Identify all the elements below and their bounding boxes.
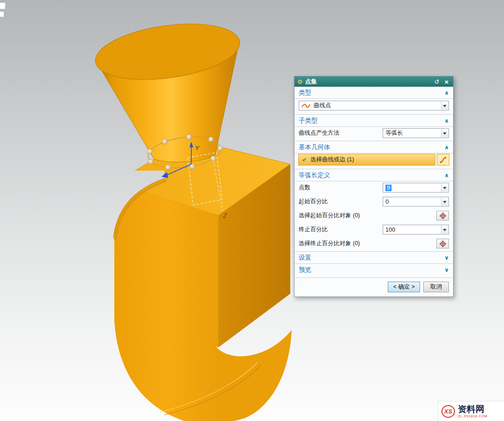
select-curve-row: ✔ 选择曲线或边 (1) — [298, 154, 449, 166]
curve-point-method-value: 等弧长 — [385, 129, 403, 137]
chevron-down-icon[interactable] — [441, 198, 448, 206]
points-count-dropdown[interactable]: 9 — [383, 183, 449, 193]
spline-filter-button[interactable] — [437, 154, 449, 166]
chevron-down-icon[interactable] — [441, 102, 448, 110]
dialog-button-bar: < 确定 > 取消 — [294, 277, 453, 297]
section-type[interactable]: 类型 ∧ — [294, 87, 453, 98]
reset-icon[interactable]: ↺ — [433, 79, 441, 85]
watermark-url: ZL.XS1616.COM — [458, 414, 488, 419]
dialog-title: 点集 — [305, 78, 431, 86]
chevron-up-icon[interactable]: ∧ — [444, 172, 449, 179]
end-percent-value: 100 — [385, 227, 395, 233]
chevron-down-icon[interactable] — [441, 226, 448, 234]
select-curve-label: 选择曲线或边 (1) — [310, 156, 354, 164]
dialog-titlebar[interactable]: ⚙ 点集 ↺ × — [294, 76, 453, 87]
type-dropdown-value: 曲线点 — [314, 102, 331, 110]
start-percent-row: 起始百分比 0 — [294, 195, 453, 209]
divider — [294, 153, 453, 153]
select-end-object-button[interactable] — [436, 239, 449, 248]
preview-point[interactable] — [148, 159, 154, 165]
chevron-down-icon[interactable]: ∨ — [444, 267, 449, 273]
watermark-logo: XS — [441, 405, 455, 418]
points-count-value: 9 — [385, 185, 392, 191]
section-equal-arc[interactable]: 等弧长定义 ∧ — [294, 169, 453, 181]
chevron-down-icon[interactable] — [441, 184, 448, 192]
cancel-button[interactable]: 取消 — [423, 282, 449, 292]
section-subtype[interactable]: 子类型 ∧ — [294, 115, 453, 126]
chevron-down-icon[interactable] — [441, 129, 448, 137]
cad-viewport[interactable]: Y Z ⚙ 点集 ↺ × 类型 ∧ 曲线点 — [0, 0, 504, 421]
select-start-object-label: 选择起始百分比对象 (0) — [299, 212, 436, 220]
type-dropdown[interactable]: 曲线点 — [299, 101, 449, 110]
section-preview-label: 预览 — [299, 266, 311, 274]
watermark-name: 资料网 — [458, 404, 488, 414]
section-equal-arc-label: 等弧长定义 — [299, 171, 330, 179]
preview-point[interactable] — [162, 139, 168, 145]
curve-point-method-row: 曲线点产生方法 等弧长 — [294, 127, 453, 141]
preview-point[interactable] — [209, 137, 214, 142]
section-settings[interactable]: 设置 ∨ — [294, 252, 453, 263]
end-percent-dropdown[interactable]: 100 — [383, 225, 449, 235]
select-end-object-row: 选择终止百分比对象 (0) — [294, 237, 453, 251]
y-axis-label: Y — [195, 145, 200, 152]
section-subtype-label: 子类型 — [299, 117, 318, 125]
points-count-label: 点数 — [299, 184, 383, 192]
start-percent-label: 起始百分比 — [299, 198, 383, 206]
preview-point[interactable] — [147, 149, 153, 154]
section-preview[interactable]: 预览 ∨ — [294, 264, 453, 276]
preview-point[interactable] — [218, 146, 223, 151]
watermark: XS 资料网 ZL.XS1616.COM — [438, 401, 504, 421]
3d-model[interactable] — [92, 16, 292, 421]
ok-button[interactable]: < 确定 > — [388, 282, 420, 292]
corner-artifact — [0, 3, 5, 9]
curve-point-method-label: 曲线点产生方法 — [299, 129, 383, 137]
start-percent-dropdown[interactable]: 0 — [383, 197, 449, 207]
section-base-geometry[interactable]: 基本几何体 ∧ — [294, 141, 453, 153]
select-end-object-label: 选择终止百分比对象 (0) — [299, 240, 436, 248]
close-icon[interactable]: × — [443, 78, 450, 85]
type-row: 曲线点 — [294, 99, 453, 114]
end-percent-row: 终止百分比 100 — [294, 223, 453, 237]
end-percent-label: 终止百分比 — [299, 226, 383, 234]
chevron-up-icon[interactable]: ∧ — [444, 90, 449, 96]
points-count-row: 点数 9 — [294, 181, 453, 195]
chevron-up-icon[interactable]: ∧ — [444, 144, 449, 151]
check-icon: ✔ — [302, 156, 307, 163]
chevron-up-icon[interactable]: ∧ — [444, 117, 449, 124]
gear-icon: ⚙ — [297, 79, 303, 85]
select-curve-button[interactable]: ✔ 选择曲线或边 (1) — [298, 154, 435, 166]
spline-icon — [439, 156, 448, 164]
section-base-geometry-label: 基本几何体 — [299, 143, 330, 152]
preview-point[interactable] — [187, 135, 192, 140]
curve-point-method-dropdown[interactable]: 等弧长 — [383, 128, 449, 138]
point-crosshair-icon — [439, 240, 447, 248]
point-set-dialog[interactable]: ⚙ 点集 ↺ × 类型 ∧ 曲线点 子类型 ∧ — [294, 76, 454, 297]
section-type-label: 类型 — [299, 89, 311, 97]
curve-point-icon — [301, 103, 311, 109]
corner-artifact — [0, 12, 4, 17]
section-settings-label: 设置 — [299, 254, 311, 262]
point-crosshair-icon — [439, 212, 447, 220]
preview-point[interactable] — [166, 165, 171, 170]
chevron-down-icon[interactable]: ∨ — [444, 255, 449, 261]
z-axis-label: Z — [223, 212, 227, 219]
select-start-object-row: 选择起始百分比对象 (0) — [294, 209, 453, 223]
select-start-object-button[interactable] — [436, 211, 449, 221]
start-percent-value: 0 — [385, 199, 389, 205]
